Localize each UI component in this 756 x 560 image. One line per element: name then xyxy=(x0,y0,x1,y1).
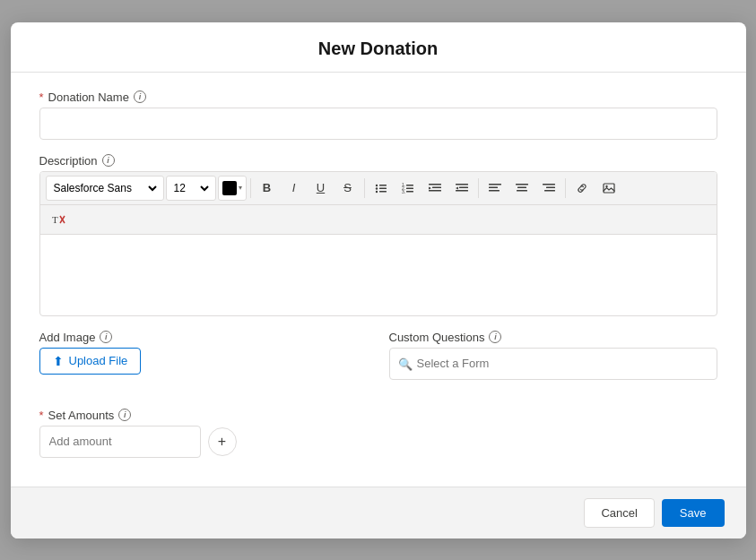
svg-rect-13 xyxy=(432,186,441,188)
rte-align-center-button[interactable] xyxy=(509,176,534,201)
description-group: Description i Salesforce Sans Arial Time… xyxy=(39,154,717,316)
donation-name-label-text: Donation Name xyxy=(48,90,129,104)
add-image-info-icon[interactable]: i xyxy=(100,331,112,343)
description-label-text: Description xyxy=(39,154,98,168)
search-icon: 🔍 xyxy=(398,357,413,370)
rte-indent-increase-button[interactable] xyxy=(449,176,474,201)
color-swatch xyxy=(222,181,237,195)
donation-name-group: * Donation Name i xyxy=(39,90,717,140)
svg-rect-27 xyxy=(604,184,614,193)
set-amounts-label: * Set Amounts i xyxy=(39,409,717,422)
svg-rect-26 xyxy=(544,190,555,192)
svg-rect-12 xyxy=(429,184,441,185)
modal-overlay: New Donation * Donation Name i Descripti… xyxy=(0,0,756,560)
svg-rect-15 xyxy=(456,184,468,185)
modal-header: New Donation xyxy=(11,22,746,73)
svg-rect-16 xyxy=(459,186,468,188)
set-amounts-label-text: Set Amounts xyxy=(48,409,115,422)
add-image-label-text: Add Image xyxy=(39,331,96,344)
font-size-dropdown[interactable]: 12 8 10 14 16 xyxy=(170,181,212,195)
svg-rect-21 xyxy=(516,184,528,185)
rte-align-right-button[interactable] xyxy=(536,176,561,201)
svg-point-0 xyxy=(375,184,377,185)
rte-underline-button[interactable]: U xyxy=(308,176,334,201)
add-amount-input[interactable] xyxy=(39,426,201,458)
rte-toolbar: Salesforce Sans Arial Times New Roman 12… xyxy=(40,172,717,205)
rte-divider-2 xyxy=(364,178,365,198)
svg-rect-19 xyxy=(489,186,498,188)
svg-rect-18 xyxy=(489,184,501,185)
donation-name-input[interactable] xyxy=(39,108,717,140)
custom-questions-label: Custom Questions i xyxy=(389,331,717,344)
svg-rect-24 xyxy=(543,184,555,185)
custom-questions-input[interactable] xyxy=(389,348,717,380)
save-button[interactable]: Save xyxy=(662,499,725,527)
amounts-row: + xyxy=(39,426,717,458)
upload-btn-label: Upload File xyxy=(69,354,128,367)
svg-rect-7 xyxy=(406,185,413,186)
description-label: Description i xyxy=(39,154,717,168)
rte-strikethrough-button[interactable]: S xyxy=(335,176,361,201)
upload-icon: ⬆ xyxy=(53,354,64,368)
rte-divider-4 xyxy=(565,178,566,198)
svg-rect-5 xyxy=(379,191,387,193)
description-info-icon[interactable]: i xyxy=(102,154,115,167)
svg-rect-23 xyxy=(517,190,527,192)
custom-questions-search-wrapper: 🔍 xyxy=(389,348,717,380)
svg-rect-25 xyxy=(546,186,555,188)
cancel-button[interactable]: Cancel xyxy=(584,498,654,528)
rte-ordered-list-button[interactable]: 1.2.3. xyxy=(395,176,421,201)
rte-unordered-list-button[interactable] xyxy=(369,176,394,201)
set-amounts-required-star: * xyxy=(39,409,44,422)
rte-size-select[interactable]: 12 8 10 14 16 xyxy=(166,176,216,201)
add-amount-button[interactable]: + xyxy=(208,427,237,456)
rte-second-toolbar: T xyxy=(40,205,717,235)
svg-rect-14 xyxy=(429,190,441,192)
svg-rect-9 xyxy=(406,187,413,189)
svg-rect-20 xyxy=(489,190,500,192)
rte-color-button[interactable]: ▾ xyxy=(218,176,247,201)
modal-footer: Cancel Save xyxy=(11,487,746,538)
custom-questions-group: Custom Questions i 🔍 xyxy=(389,331,717,380)
rte-bold-button[interactable]: B xyxy=(255,176,280,201)
set-amounts-group: * Set Amounts i + xyxy=(39,409,717,458)
svg-rect-3 xyxy=(379,187,387,189)
set-amounts-info-icon[interactable]: i xyxy=(118,409,131,421)
rte-editor-body[interactable] xyxy=(40,235,717,315)
custom-questions-label-text: Custom Questions xyxy=(389,331,485,344)
svg-point-2 xyxy=(375,187,377,189)
rte-divider-1 xyxy=(250,178,251,198)
svg-rect-1 xyxy=(379,185,387,186)
svg-rect-17 xyxy=(456,190,468,192)
rte-container: Salesforce Sans Arial Times New Roman 12… xyxy=(39,171,717,316)
svg-rect-11 xyxy=(406,191,413,193)
modal-title: New Donation xyxy=(32,39,725,59)
modal: New Donation * Donation Name i Descripti… xyxy=(11,22,746,538)
svg-text:T: T xyxy=(52,214,58,225)
color-chevron-icon: ▾ xyxy=(239,184,242,192)
rte-link-button[interactable] xyxy=(569,176,595,201)
custom-questions-info-icon[interactable]: i xyxy=(489,331,501,343)
rte-indent-decrease-button[interactable] xyxy=(422,176,448,201)
svg-rect-22 xyxy=(517,186,526,188)
rte-image-button[interactable] xyxy=(596,176,621,201)
add-image-label: Add Image i xyxy=(39,331,368,344)
rte-italic-button[interactable]: I xyxy=(282,176,307,201)
required-star: * xyxy=(39,90,44,104)
donation-name-label: * Donation Name i xyxy=(39,90,717,104)
rte-align-left-button[interactable] xyxy=(482,176,508,201)
add-image-group: Add Image i ⬆ Upload File xyxy=(39,331,368,380)
two-col-section: Add Image i ⬆ Upload File Custom Questio… xyxy=(39,331,717,394)
svg-point-4 xyxy=(375,190,377,192)
modal-body: * Donation Name i Description i xyxy=(11,73,746,487)
svg-text:3.: 3. xyxy=(402,189,405,194)
upload-file-button[interactable]: ⬆ Upload File xyxy=(39,348,142,375)
donation-name-info-icon[interactable]: i xyxy=(134,90,146,103)
rte-font-select[interactable]: Salesforce Sans Arial Times New Roman xyxy=(46,176,164,201)
rte-divider-3 xyxy=(478,178,479,198)
rte-clear-format-button[interactable]: T xyxy=(46,207,71,232)
font-family-dropdown[interactable]: Salesforce Sans Arial Times New Roman xyxy=(50,181,160,195)
